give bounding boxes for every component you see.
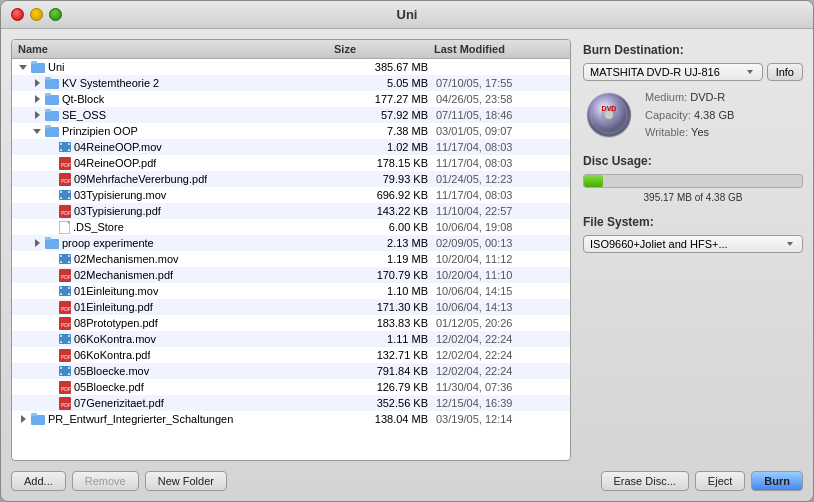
disclosure-right-icon[interactable]	[32, 94, 42, 104]
file-name: 05Bloecke.mov	[16, 365, 336, 377]
drive-name: MATSHITA DVD-R UJ-816	[590, 66, 720, 78]
disclosure-right-icon[interactable]	[18, 414, 28, 424]
file-size: 126.79 KB	[336, 381, 436, 393]
file-size: 1.11 MB	[336, 333, 436, 345]
list-item[interactable]: Qt-Block 177.27 MB 04/26/05, 23:58	[12, 91, 570, 107]
list-item[interactable]: 04ReineOOP.mov 1.02 MB 11/17/04, 08:03	[12, 139, 570, 155]
add-button[interactable]: Add...	[11, 471, 66, 491]
disclosure-right-icon[interactable]	[32, 110, 42, 120]
file-date: 10/20/04, 11:12	[436, 253, 566, 265]
file-list-body[interactable]: Uni 385.67 MB KV Systemtheorie 2 5.05 MB…	[12, 59, 570, 460]
disc-usage-section: Disc Usage: 395.17 MB of 4.38 GB	[583, 154, 803, 203]
pdf-icon: PDF	[59, 349, 71, 362]
list-item[interactable]: 03Typisierung.mov 696.92 KB 11/17/04, 08…	[12, 187, 570, 203]
list-item[interactable]: PDF 09MehrfacheVererbung.pdf 79.93 KB 01…	[12, 171, 570, 187]
file-name: proop experimente	[16, 237, 336, 249]
svg-rect-11	[60, 143, 62, 145]
col-size: Size	[334, 43, 434, 55]
disclosure-right-icon[interactable]	[32, 238, 42, 248]
file-name-label: .DS_Store	[73, 221, 124, 233]
file-name: Prinzipien OOP	[16, 125, 336, 137]
file-size: 1.19 MB	[336, 253, 436, 265]
list-item[interactable]: 05Bloecke.mov 791.84 KB 12/02/04, 22:24	[12, 363, 570, 379]
list-item[interactable]: PR_Entwurf_Integrierter_Schaltungen 138.…	[12, 411, 570, 427]
list-item[interactable]: PDF 08Prototypen.pdf 183.83 KB 01/12/05,…	[12, 315, 570, 331]
svg-rect-13	[60, 149, 62, 151]
svg-rect-0	[31, 63, 45, 73]
file-list-container: Name Size Last Modified Uni 385.67 MB KV…	[11, 39, 571, 461]
svg-rect-49	[60, 341, 62, 343]
svg-rect-38	[60, 287, 62, 289]
file-name: 01Einleitung.mov	[16, 285, 336, 297]
svg-rect-12	[68, 143, 70, 145]
list-item[interactable]: Uni 385.67 MB	[12, 59, 570, 75]
file-name-label: PR_Entwurf_Integrierter_Schaltungen	[48, 413, 233, 425]
file-system-select[interactable]: ISO9660+Joliet and HFS+...	[583, 235, 803, 253]
info-button[interactable]: Info	[767, 63, 803, 81]
erase-disc-button[interactable]: Erase Disc...	[601, 471, 689, 491]
list-item[interactable]: PDF 07Generizitaet.pdf 352.56 KB 12/15/0…	[12, 395, 570, 411]
list-item[interactable]: .DS_Store 6.00 KB 10/06/04, 19:08	[12, 219, 570, 235]
file-date: 07/11/05, 18:46	[436, 109, 566, 121]
svg-rect-23	[68, 197, 70, 199]
file-size: 352.56 KB	[336, 397, 436, 409]
remove-button[interactable]: Remove	[72, 471, 139, 491]
list-item[interactable]: PDF 04ReineOOP.pdf 178.15 KB 11/17/04, 0…	[12, 155, 570, 171]
file-name: .DS_Store	[16, 221, 336, 234]
list-item[interactable]: PDF 03Typisierung.pdf 143.22 KB 11/10/04…	[12, 203, 570, 219]
list-item[interactable]: PDF 06KoKontra.pdf 132.71 KB 12/02/04, 2…	[12, 347, 570, 363]
file-size: 138.04 MB	[336, 413, 436, 425]
file-name: PDF 06KoKontra.pdf	[16, 349, 336, 362]
list-item[interactable]: 06KoKontra.mov 1.11 MB 12/02/04, 22:24	[12, 331, 570, 347]
disclosure-down-icon[interactable]	[18, 62, 28, 72]
svg-rect-5	[45, 93, 51, 96]
medium-value: DVD-R	[690, 91, 725, 103]
svg-text:PDF: PDF	[61, 402, 71, 408]
drive-select[interactable]: MATSHITA DVD-R UJ-816	[583, 63, 763, 81]
minimize-button[interactable]	[30, 8, 43, 21]
close-button[interactable]	[11, 8, 24, 21]
file-size: 385.67 MB	[336, 61, 436, 73]
svg-rect-39	[68, 287, 70, 289]
svg-rect-47	[60, 335, 62, 337]
new-folder-button[interactable]: New Folder	[145, 471, 227, 491]
file-name-label: 05Bloecke.pdf	[74, 381, 144, 393]
file-name: Uni	[16, 61, 336, 73]
list-item[interactable]: 02Mechanismen.mov 1.19 MB 10/20/04, 11:1…	[12, 251, 570, 267]
file-name: 03Typisierung.mov	[16, 189, 336, 201]
eject-button[interactable]: Eject	[695, 471, 745, 491]
left-panel: Name Size Last Modified Uni 385.67 MB KV…	[11, 39, 571, 491]
svg-rect-54	[60, 367, 62, 369]
svg-rect-29	[45, 237, 51, 240]
maximize-button[interactable]	[49, 8, 62, 21]
list-item[interactable]: PDF 05Bloecke.pdf 126.79 KB 11/30/04, 07…	[12, 379, 570, 395]
movie-icon	[59, 366, 71, 376]
traffic-lights	[11, 8, 62, 21]
pdf-icon: PDF	[59, 301, 71, 314]
svg-rect-4	[45, 95, 59, 105]
pdf-icon: PDF	[59, 173, 71, 186]
file-name: PDF 09MehrfacheVererbung.pdf	[16, 173, 336, 186]
list-item[interactable]: Prinzipien OOP 7.38 MB 03/01/05, 09:07	[12, 123, 570, 139]
list-item[interactable]: PDF 01Einleitung.pdf 171.30 KB 10/06/04,…	[12, 299, 570, 315]
list-item[interactable]: KV Systemtheorie 2 5.05 MB 07/10/05, 17:…	[12, 75, 570, 91]
pdf-icon: PDF	[59, 157, 71, 170]
file-name-label: 04ReineOOP.pdf	[74, 157, 156, 169]
disclosure-down-icon[interactable]	[32, 126, 42, 136]
list-item[interactable]: 01Einleitung.mov 1.10 MB 10/06/04, 14:15	[12, 283, 570, 299]
svg-rect-28	[45, 239, 59, 249]
svg-rect-32	[68, 255, 70, 257]
capacity-value: 4.38 GB	[694, 109, 734, 121]
file-name: 06KoKontra.mov	[16, 333, 336, 345]
list-item[interactable]: PDF 02Mechanismen.pdf 170.79 KB 10/20/04…	[12, 267, 570, 283]
svg-rect-6	[45, 111, 59, 121]
burn-button[interactable]: Burn	[751, 471, 803, 491]
file-date: 11/30/04, 07:36	[436, 381, 566, 393]
file-date: 01/12/05, 20:26	[436, 317, 566, 329]
list-item[interactable]: proop experimente 2.13 MB 02/09/05, 00:1…	[12, 235, 570, 251]
svg-rect-34	[68, 261, 70, 263]
disc-usage-label: Disc Usage:	[583, 154, 803, 168]
list-item[interactable]: SE_OSS 57.92 MB 07/11/05, 18:46	[12, 107, 570, 123]
file-date: 03/01/05, 09:07	[436, 125, 566, 137]
disclosure-right-icon[interactable]	[32, 78, 42, 88]
